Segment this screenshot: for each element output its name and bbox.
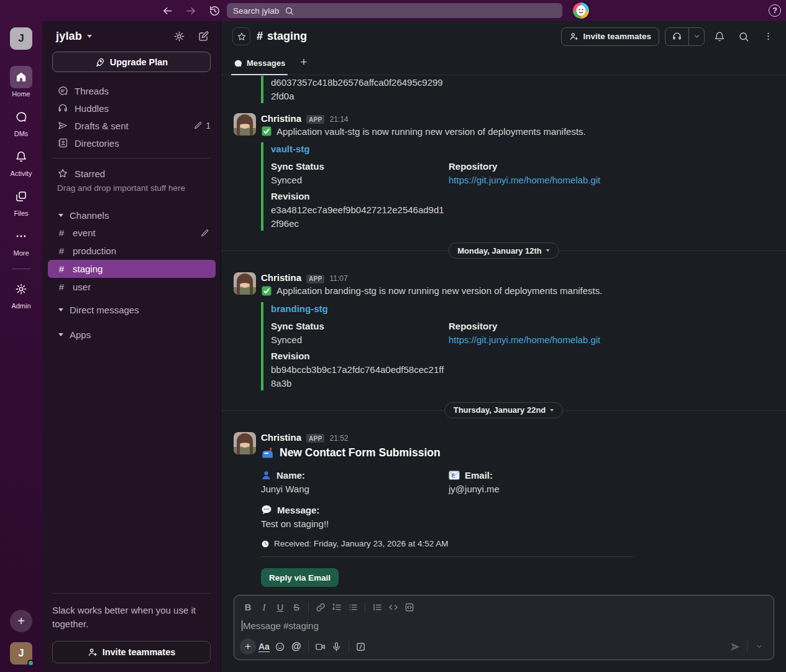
- link-icon: [316, 602, 326, 612]
- bold-button[interactable]: B: [240, 600, 256, 615]
- ordered-list-button[interactable]: [329, 600, 345, 615]
- microphone-icon: [331, 642, 342, 652]
- sidebar-item-directories[interactable]: Directories: [42, 134, 221, 152]
- send-options-button[interactable]: [751, 638, 767, 655]
- repository-link[interactable]: https://git.junyi.me/home/homelab.git: [449, 333, 774, 347]
- christina-avatar[interactable]: [234, 432, 256, 454]
- emoji-button[interactable]: [272, 638, 288, 655]
- message-timestamp[interactable]: 21:14: [329, 115, 348, 124]
- message-input[interactable]: Message #staging: [234, 616, 774, 637]
- attachment-title-link[interactable]: vault-stg: [271, 142, 774, 156]
- message-text: Application vault-stg is now running new…: [276, 126, 586, 137]
- star-channel-button[interactable]: [232, 27, 250, 45]
- christina-avatar[interactable]: [234, 272, 256, 295]
- rail-item-more[interactable]: More: [10, 225, 32, 257]
- send-button[interactable]: [727, 638, 743, 655]
- send-separator: [747, 641, 747, 652]
- underline-button[interactable]: U: [272, 600, 288, 615]
- history-forward-button[interactable]: [183, 2, 199, 19]
- compose-icon[interactable]: [198, 30, 209, 42]
- starred-hint: Drag and drop important stuff here: [42, 182, 221, 193]
- add-tab-button[interactable]: +: [300, 55, 307, 75]
- channel-event[interactable]: # event: [48, 224, 216, 242]
- mention-button[interactable]: @: [288, 638, 304, 655]
- check-mark-emoji: [261, 285, 272, 297]
- message-timestamp[interactable]: 21:52: [329, 434, 348, 443]
- channel-production[interactable]: # production: [48, 242, 216, 260]
- code-block-button[interactable]: [401, 600, 418, 615]
- channel-user[interactable]: # user: [48, 278, 216, 296]
- bullet-list-button[interactable]: [345, 600, 361, 615]
- add-workspace-button[interactable]: +: [10, 610, 32, 632]
- attach-button[interactable]: +: [240, 638, 256, 655]
- link-button[interactable]: [313, 600, 329, 615]
- field-label: Sync Status: [271, 160, 449, 173]
- tab-messages[interactable]: Messages: [232, 58, 286, 75]
- rail-item-admin[interactable]: Admin: [10, 278, 32, 310]
- sidebar-section-starred[interactable]: Starred: [42, 165, 221, 182]
- attachment-title-link[interactable]: branding-stg: [271, 302, 774, 316]
- message-input-placeholder: Message #staging: [243, 620, 319, 631]
- chevron-down-icon: [58, 333, 63, 336]
- rail-item-dms[interactable]: DMs: [10, 106, 32, 137]
- rail-item-files[interactable]: Files: [10, 185, 32, 217]
- email-field-value[interactable]: jy@junyi.me: [449, 484, 774, 494]
- date-divider-pill[interactable]: Thursday, January 22nd: [444, 402, 564, 418]
- rail-label: More: [13, 249, 29, 257]
- history-button[interactable]: [206, 2, 222, 19]
- kebab-menu-icon: [763, 31, 774, 42]
- history-back-button[interactable]: [159, 2, 175, 19]
- channel-name: production: [73, 246, 116, 256]
- channel-staging[interactable]: # staging: [48, 260, 216, 278]
- message-bubble-icon: [234, 59, 242, 68]
- video-clip-button[interactable]: [313, 638, 329, 655]
- message-username[interactable]: Christina: [261, 432, 301, 443]
- repository-link[interactable]: https://git.junyi.me/home/homelab.git: [449, 173, 774, 187]
- header-invite-teammates-button[interactable]: Invite teammates: [561, 27, 659, 46]
- huddle-button[interactable]: [665, 28, 688, 45]
- settings-gear-icon[interactable]: [173, 30, 185, 42]
- upgrade-plan-button[interactable]: Upgrade Plan: [52, 52, 211, 72]
- sidebar-item-huddles[interactable]: Huddles: [42, 99, 221, 117]
- channel-more-button[interactable]: [759, 27, 777, 46]
- starred-label: Starred: [75, 168, 105, 179]
- date-divider-pill[interactable]: Monday, January 12th: [448, 242, 559, 259]
- message-username[interactable]: Christina: [261, 272, 301, 283]
- slash-commands-button[interactable]: [353, 638, 369, 655]
- sidebar-item-drafts[interactable]: Drafts & sent 1: [42, 117, 221, 134]
- message-composer[interactable]: B I U S: [234, 595, 774, 660]
- audio-clip-button[interactable]: [329, 638, 345, 655]
- message-text: Application branding-stg is now running …: [276, 285, 602, 296]
- apps-section-header[interactable]: Apps: [42, 326, 221, 343]
- bell-icon: [714, 31, 725, 42]
- dm-section-header[interactable]: Direct messages: [42, 301, 221, 318]
- invite-teammates-button[interactable]: Invite teammates: [52, 641, 211, 663]
- rail-item-activity[interactable]: Activity: [10, 145, 32, 177]
- search-input[interactable]: Search jylab: [227, 3, 562, 18]
- sidebar: jylab Upgrade Plan Threads Huddles Draft: [42, 21, 221, 672]
- sidebar-item-label: Threads: [75, 86, 109, 96]
- show-formatting-button[interactable]: Aa: [258, 642, 270, 651]
- code-button[interactable]: [385, 600, 401, 615]
- rail-item-home[interactable]: Home: [10, 66, 32, 98]
- sidebar-item-threads[interactable]: Threads: [42, 82, 221, 99]
- message-timestamp[interactable]: 11:07: [329, 274, 347, 283]
- workspace-switcher[interactable]: J: [10, 27, 32, 50]
- reply-via-email-button[interactable]: Reply via Email: [261, 568, 339, 587]
- blockquote-button[interactable]: [369, 600, 385, 615]
- channel-search-button[interactable]: [734, 27, 753, 46]
- channel-title[interactable]: # staging: [257, 30, 307, 43]
- workspace-sticker-avatar[interactable]: [572, 2, 590, 19]
- email-field-label: Email:: [465, 470, 493, 481]
- channels-section-header[interactable]: Channels: [42, 206, 221, 224]
- message-username[interactable]: Christina: [261, 113, 301, 124]
- huddle-options-button[interactable]: [689, 28, 704, 45]
- user-avatar[interactable]: J: [10, 642, 32, 665]
- composer-actions: + Aa @: [234, 637, 774, 660]
- strikethrough-button[interactable]: S: [288, 600, 304, 615]
- christina-avatar[interactable]: [234, 113, 256, 136]
- help-button[interactable]: ?: [769, 4, 781, 17]
- notifications-button[interactable]: [710, 27, 729, 46]
- italic-button[interactable]: I: [256, 600, 272, 615]
- workspace-name[interactable]: jylab: [56, 30, 82, 43]
